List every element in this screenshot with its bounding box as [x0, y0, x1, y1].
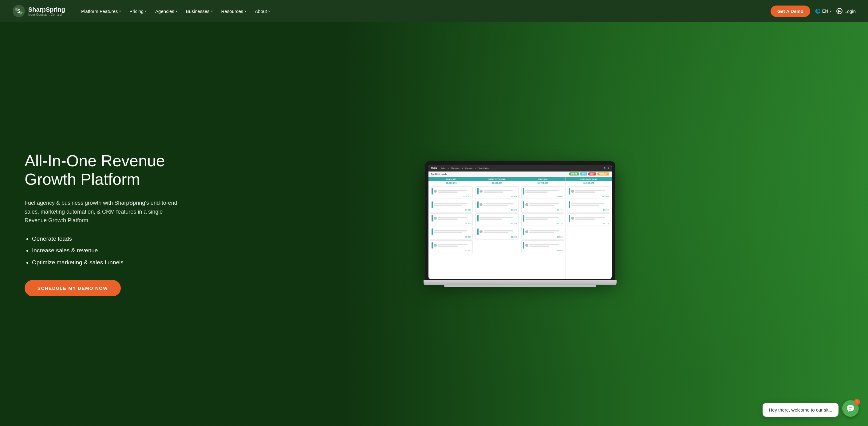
dash-card: $10,000	[567, 186, 611, 199]
dash-nav-marketing[interactable]: Marketing	[451, 167, 459, 169]
avatar	[479, 190, 483, 193]
card-line	[575, 190, 605, 191]
card-line	[529, 230, 559, 232]
card-line	[571, 203, 605, 204]
hero-bullet-list: Generate leads Increase sales & revenue …	[25, 234, 184, 268]
nav-pricing[interactable]: Pricing ▾	[126, 6, 150, 16]
card-amount: $3,000	[432, 250, 471, 251]
logo-icon: S	[12, 5, 25, 18]
card-indicator	[523, 215, 524, 222]
dash-brand: MyBiz	[431, 167, 437, 169]
card-amount: $9,000	[477, 195, 517, 197]
card-line	[479, 218, 502, 220]
card-amount: $6,000	[477, 209, 517, 211]
card-line	[438, 217, 467, 218]
dash-card: $9,000	[475, 186, 519, 199]
nav-links: Platform Features ▾ Pricing ▾ Agencies ▾…	[78, 6, 771, 16]
card-amount: $1,098	[477, 236, 517, 238]
card-amount: $2,120	[523, 222, 562, 224]
dash-forecast-btn[interactable]: FORECAST	[597, 173, 610, 176]
card-indicator	[432, 242, 433, 249]
card-line	[484, 205, 508, 206]
dash-kanban-board: DEMO SET $1,000,274	[429, 177, 612, 279]
card-line	[438, 218, 458, 220]
card-line	[484, 190, 513, 191]
dash-card: $150,000	[430, 186, 473, 199]
dash-col-amount-2: $1,796,004	[520, 181, 565, 185]
dash-create-btn[interactable]: CREATE	[569, 173, 579, 176]
card-line	[479, 217, 513, 218]
avatar	[434, 190, 437, 193]
avatar	[571, 217, 574, 220]
dash-action-buttons: CREATE WON LOST FORECAST	[569, 173, 609, 176]
schedule-demo-button[interactable]: SCHEDULE MY DEMO NOW	[25, 280, 121, 296]
dash-card: $8,370	[567, 200, 611, 212]
dash-nav-sales[interactable]: Sales	[441, 167, 445, 169]
card-line	[525, 191, 548, 193]
login-button[interactable]: ▶ Login	[836, 8, 856, 14]
chevron-down-icon: ▾	[119, 9, 121, 13]
card-line	[438, 190, 467, 191]
dash-topbar-right: 🔍 ⚙	[604, 167, 609, 169]
dash-col-demo-set: DEMO SET $1,000,274	[429, 177, 474, 279]
navbar: S SharpSpring from Constant Contact Plat…	[0, 0, 868, 22]
nav-businesses[interactable]: Businesses ▾	[182, 6, 216, 16]
card-indicator	[477, 201, 478, 208]
nav-resources[interactable]: Resources ▾	[218, 6, 250, 16]
card-indicator	[477, 188, 478, 194]
dash-col-header-3: CONTRACT SENT	[566, 177, 612, 181]
nav-about[interactable]: About ▾	[251, 6, 274, 16]
card-amount: $3,860	[523, 250, 562, 251]
dash-card: $9,000	[430, 213, 473, 226]
card-line	[484, 191, 503, 193]
logo[interactable]: S SharpSpring from Constant Contact	[12, 5, 65, 18]
card-line	[529, 246, 549, 247]
card-amount: $150,000	[432, 195, 471, 197]
card-line	[529, 232, 554, 233]
nav-platform-features[interactable]: Platform Features ▾	[78, 6, 124, 16]
card-line	[529, 205, 554, 206]
dash-nav-contacts[interactable]: Contacts	[465, 167, 473, 169]
chevron-down-icon: ▾	[145, 9, 147, 13]
get-demo-button[interactable]: Get A Demo	[771, 5, 810, 17]
dash-won-btn[interactable]: WON	[580, 173, 587, 176]
card-indicator	[523, 201, 524, 208]
card-indicator	[477, 215, 478, 222]
hero-section: All-In-One Revenue Growth Platform Fuel …	[0, 22, 868, 426]
card-amount: $4,440	[523, 209, 562, 211]
dash-card: $7,170	[567, 213, 611, 226]
card-line	[484, 232, 508, 233]
bullet-generate-leads: Generate leads	[32, 234, 184, 244]
card-line	[434, 230, 467, 232]
dash-col-header-0: DEMO SET	[429, 177, 474, 181]
dash-card: $3,000	[521, 186, 564, 199]
card-line	[529, 203, 559, 204]
avatar	[525, 230, 528, 233]
nav-agencies[interactable]: Agencies ▾	[152, 6, 181, 16]
chevron-down-icon: ▾	[245, 9, 246, 13]
dash-card: $6,000	[475, 200, 519, 212]
card-line	[575, 217, 605, 218]
card-amount: $10,000	[569, 195, 609, 197]
login-icon: ▶	[836, 8, 842, 14]
card-line	[525, 190, 559, 191]
dash-card: $2,120	[521, 213, 564, 226]
dash-nav-team[interactable]: Team Calling	[478, 167, 489, 169]
card-line	[434, 205, 462, 206]
chat-icon	[846, 404, 855, 413]
chat-message-text: Hey there, welcome to our sit...	[769, 407, 832, 413]
dash-card: $3,520	[521, 227, 564, 239]
hero-title: All-In-One Revenue Growth Platform	[25, 152, 184, 189]
dash-col-header-1: DEMO ATTENDED	[474, 177, 520, 181]
language-selector[interactable]: 🌐 EN ▾	[815, 9, 831, 13]
avatar	[434, 217, 437, 220]
dash-lost-btn[interactable]: LOST	[588, 173, 596, 176]
chevron-down-icon: ▾	[176, 9, 177, 13]
card-amount: $3,520	[523, 236, 562, 238]
chevron-down-icon: ▾	[830, 9, 831, 13]
card-indicator	[432, 201, 433, 208]
card-indicator	[523, 229, 524, 235]
dash-card: $2,700	[475, 213, 519, 226]
dash-card: $9,000	[430, 200, 473, 212]
brand-sub: from Constant Contact	[28, 13, 65, 16]
